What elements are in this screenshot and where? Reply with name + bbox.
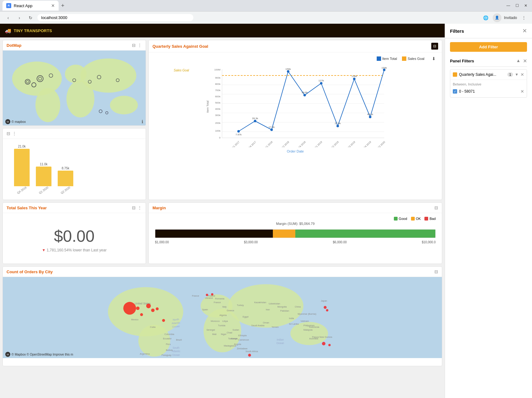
svg-text:159k: 159k: [381, 66, 387, 69]
pf-collapse-btn[interactable]: ▲: [516, 58, 520, 64]
svg-point-145: [156, 308, 158, 310]
ordersmap-panel-header: Count of Orders By City ⊟: [3, 267, 442, 277]
ordersmap-filter-icon[interactable]: ⊟: [434, 269, 438, 274]
svg-point-141: [123, 302, 136, 315]
add-filter-button[interactable]: Add Filter: [450, 42, 527, 52]
svg-text:600k: 600k: [215, 95, 221, 98]
margin-subtitle: Margin (SUM): $5,064.79: [155, 222, 436, 226]
legend-good: Good: [394, 217, 407, 221]
bar-value-2: 11.0k: [40, 163, 47, 166]
ordersmap-actions: ⊟: [434, 269, 438, 274]
new-tab-button[interactable]: +: [61, 2, 65, 9]
back-button[interactable]: ‹: [4, 13, 12, 22]
barchart-panel: ⊟ ⋮ 21.0k 11.0k: [2, 128, 146, 200]
minimize-button[interactable]: —: [505, 2, 512, 9]
svg-point-72: [138, 325, 170, 357]
quarterly-x-axis-title: Order Date: [155, 149, 436, 153]
svg-text:400k: 400k: [215, 108, 221, 110]
svg-text:Q4 2019: Q4 2019: [363, 140, 372, 147]
bar-1: [14, 149, 30, 186]
bar-3: [58, 171, 73, 186]
legend-item-goal: Sales Goal: [402, 56, 424, 61]
svg-text:Brazil: Brazil: [176, 338, 182, 341]
svg-text:Libya: Libya: [222, 320, 228, 323]
top-bar: 🚚 TINY TRANSPORTS: [0, 24, 445, 37]
user-avatar[interactable]: 👤: [493, 13, 501, 22]
svg-text:France: France: [214, 301, 221, 304]
totalsales-value: $0.00: [3, 221, 146, 248]
tab-favicon: R: [6, 3, 11, 8]
dotmap-filter-icon[interactable]: ⊟: [132, 43, 136, 48]
legend-ok-dot: [411, 217, 415, 221]
svg-point-6: [110, 96, 138, 114]
dotmap-info-icon[interactable]: ℹ: [142, 119, 143, 124]
forward-button[interactable]: ›: [15, 13, 24, 22]
svg-text:Papua New Guinea: Papua New Guinea: [312, 336, 332, 338]
totalsales-menu-icon[interactable]: ⋮: [138, 205, 142, 210]
address-input[interactable]: [37, 14, 193, 21]
filter-checkbox[interactable]: [453, 72, 457, 77]
filter-expand-btn[interactable]: ▼: [515, 72, 519, 77]
bar-item-2: 11.0k: [36, 163, 51, 186]
svg-text:300k: 300k: [215, 114, 221, 117]
svg-text:Sudan: Sudan: [233, 328, 239, 331]
panel-filters-title: Panel Filters: [450, 59, 516, 63]
svg-point-47: [353, 78, 355, 80]
legend-label-goal: Sales Goal: [408, 57, 424, 61]
svg-point-142: [136, 307, 139, 310]
legend-bad: Bad: [424, 217, 436, 221]
svg-text:156k: 156k: [285, 68, 291, 70]
legend-ok: OK: [411, 217, 421, 221]
svg-point-146: [140, 313, 143, 316]
svg-text:100k: 100k: [215, 129, 221, 132]
menu-button[interactable]: ⋮: [520, 13, 528, 22]
tab-close-btn[interactable]: ✕: [51, 3, 55, 8]
svg-point-149: [211, 293, 213, 295]
totalsales-filter-icon[interactable]: ⊟: [132, 205, 136, 210]
svg-text:Q4 2018: Q4 2018: [297, 140, 306, 147]
pf-close-btn[interactable]: ✕: [523, 58, 527, 64]
svg-text:Yemen: Yemen: [272, 326, 279, 328]
filter-item-close-btn[interactable]: ✕: [520, 72, 524, 77]
svg-text:Greece: Greece: [227, 309, 234, 312]
reload-button[interactable]: ↻: [26, 13, 35, 22]
legend-box-goal: [402, 56, 406, 61]
svg-text:Iran: Iran: [266, 308, 270, 311]
main-content: 🚚 TINY TRANSPORTS DotMap ⊟ ⋮: [0, 24, 445, 398]
panel-filters-header: Panel Filters ▲ ✕: [450, 56, 527, 67]
close-window-button[interactable]: ✕: [522, 2, 530, 9]
margin-panel-header: Margin ⊟: [149, 203, 442, 213]
totalsales-panel: Total Sales This Year ⊟ ⋮ $0.00 ▼ 1,781,…: [2, 202, 146, 264]
margin-scale-1: $1,000.00: [155, 240, 169, 244]
legend-good-dot: [394, 217, 398, 221]
filters-header: Filters ✕: [445, 24, 532, 38]
filters-close-btn[interactable]: ✕: [522, 27, 527, 34]
dotmap-menu-icon[interactable]: ⋮: [138, 43, 142, 48]
svg-text:Oman: Oman: [263, 321, 269, 324]
svg-point-152: [326, 309, 328, 311]
svg-text:Cameroon: Cameroon: [238, 338, 249, 341]
dotmap-panel: DotMap ⊟ ⋮: [2, 40, 146, 126]
barchart-menu-icon[interactable]: ⋮: [12, 131, 17, 136]
svg-point-147: [162, 319, 165, 322]
svg-point-2: [36, 88, 60, 122]
filter-range-checkbox[interactable]: [453, 89, 457, 94]
svg-text:Item Total: Item Total: [206, 101, 209, 113]
browser-tab[interactable]: R React App ✕: [2, 1, 59, 11]
quarterly-download-btn[interactable]: ⬇: [432, 56, 436, 61]
barchart-content: 21.0k 11.0k 8.75k: [3, 139, 146, 197]
svg-point-46: [336, 125, 339, 127]
dotmap-panel-header: DotMap ⊟ ⋮: [3, 40, 146, 51]
maximize-button[interactable]: ☐: [513, 2, 521, 9]
svg-text:Uzbekistan: Uzbekistan: [269, 302, 280, 305]
svg-text:Algeria: Algeria: [220, 314, 227, 317]
quarterly-filter-btn[interactable]: ⊟: [431, 43, 438, 50]
svg-point-41: [254, 120, 256, 122]
svg-text:Senegal: Senegal: [206, 328, 215, 331]
margin-filter-icon[interactable]: ⊟: [434, 205, 438, 210]
translate-icon[interactable]: 🌐: [481, 13, 490, 22]
filter-range-close-btn[interactable]: ✕: [520, 89, 524, 94]
svg-text:Ethiopia: Ethiopia: [238, 334, 247, 337]
barchart-filter-icon[interactable]: ⊟: [7, 131, 10, 136]
svg-point-143: [146, 303, 151, 308]
